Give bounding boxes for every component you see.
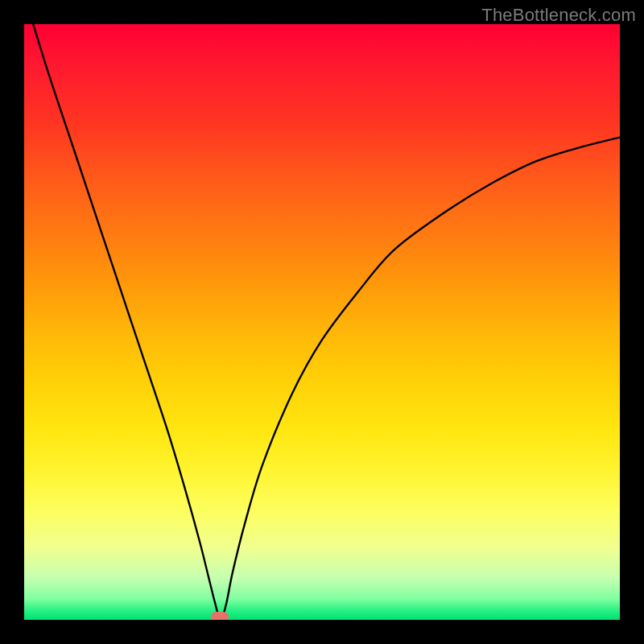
bottleneck-curve <box>24 24 620 620</box>
watermark-text: TheBottleneck.com <box>481 5 636 26</box>
optimal-point-marker <box>211 612 229 620</box>
chart-frame: TheBottleneck.com <box>0 0 644 644</box>
plot-area <box>24 24 620 620</box>
